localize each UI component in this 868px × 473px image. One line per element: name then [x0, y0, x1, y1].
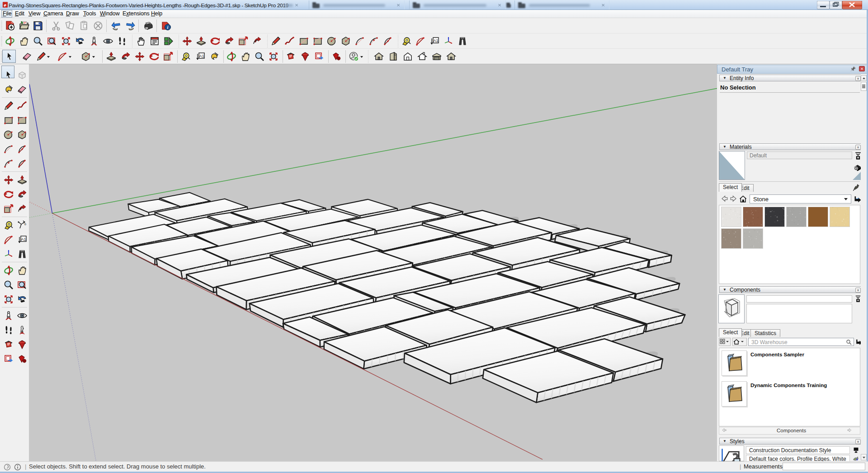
svg-text:A1: A1 [21, 237, 26, 241]
svg-text:i: i [167, 25, 169, 30]
svg-text:A1: A1 [199, 54, 204, 58]
svg-text:b: b [24, 222, 26, 226]
svg-text:A1: A1 [433, 38, 438, 43]
